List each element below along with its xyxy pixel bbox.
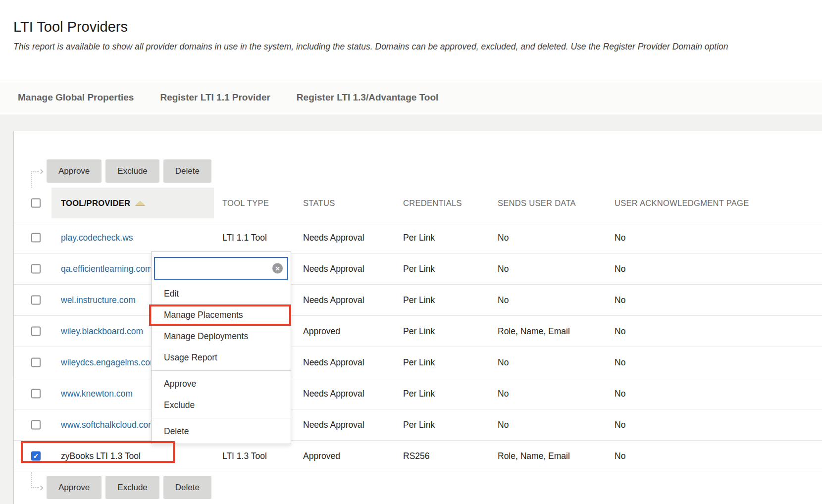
table-row: www.softchalkcloud.com Needs Approval Pe… [14,409,822,440]
row-context-menu: ✕ Edit Manage Placements Manage Deployme… [151,252,291,444]
header-tool-provider-label: TOOL/PROVIDER [61,199,130,207]
header-tool-type: TOOL TYPE [222,199,269,208]
status-cell: Needs Approval [303,295,364,305]
user-acknowledgment-cell: No [615,389,625,399]
credentials-cell: Per Link [403,357,435,368]
apply-to-selected-arrow-icon [31,472,39,488]
user-acknowledgment-cell: No [615,295,625,305]
table-header-row: TOOL/PROVIDER TOOL TYPE STATUS CREDENTIA… [14,188,822,218]
action-tab-bar: Manage Global Properties Register LTI 1.… [0,81,822,114]
row-checkbox[interactable] [31,358,41,367]
menu-separator [152,370,291,371]
tab-register-lti-13-advantage-tool[interactable]: Register LTI 1.3/Advantage Tool [297,92,438,103]
user-acknowledgment-cell: No [615,451,625,461]
status-cell: Approved [303,451,340,461]
tool-type-cell: LTI 1.1 Tool [222,233,267,243]
page-title: LTI Tool Providers [13,19,128,35]
credentials-cell: Per Link [403,420,435,430]
apply-to-selected-arrow-icon [31,171,39,188]
user-acknowledgment-cell: No [615,233,625,243]
sends-user-data-cell: Role, Name, Email [498,326,570,337]
sends-user-data-cell: No [498,389,509,399]
table-row: www.knewton.com Needs Approval Per Link … [14,378,822,409]
tab-register-lti-11-provider[interactable]: Register LTI 1.1 Provider [160,92,270,103]
table-row: wileydcs.engagelms.com Needs Approval Pe… [14,347,822,378]
row-checkbox[interactable]: ✓ [31,451,41,460]
menu-item-delete[interactable]: Delete [152,421,291,442]
table-row: qa.efficientlearning.com Needs Approval … [14,253,822,284]
row-checkbox[interactable] [31,420,41,430]
menu-item-exclude[interactable]: Exclude [152,395,291,416]
credentials-cell: RS256 [403,451,430,461]
delete-button[interactable]: Delete [163,159,211,183]
menu-item-approve[interactable]: Approve [152,373,291,395]
row-checkbox[interactable] [31,327,41,336]
status-cell: Approved [303,326,340,337]
status-cell: Needs Approval [303,420,364,430]
status-cell: Needs Approval [303,264,364,274]
arrowhead-icon [39,169,44,174]
sends-user-data-cell: No [498,264,509,274]
select-all-checkbox[interactable] [31,199,41,208]
status-cell: Needs Approval [303,233,364,243]
table-row: play.codecheck.ws LTI 1.1 Tool Needs App… [14,222,822,253]
sends-user-data-cell: No [498,420,509,430]
row-checkbox[interactable] [31,296,41,305]
menu-item-edit[interactable]: Edit [152,283,291,304]
header-user-acknowledgment-page: USER ACKNOWLEDGMENT PAGE [615,199,749,208]
sends-user-data-cell: Role, Name, Email [498,451,570,461]
header-credentials: CREDENTIALS [403,199,462,208]
menu-filter-input[interactable] [158,258,262,279]
credentials-cell: Per Link [403,295,435,305]
lti-tool-providers-page: LTI Tool Providers This report is availa… [0,0,822,504]
check-icon: ✓ [33,453,39,459]
row-checkbox[interactable] [31,233,41,243]
sends-user-data-cell: No [498,295,509,305]
approve-button[interactable]: Approve [47,476,102,499]
credentials-cell: Per Link [403,264,435,274]
sends-user-data-cell: No [498,357,509,368]
table-row: wiley.blackboard.com Approved Per Link R… [14,315,822,347]
status-cell: Needs Approval [303,389,364,399]
arrowhead-icon [39,486,44,491]
row-checkbox[interactable] [31,264,41,274]
user-acknowledgment-cell: No [615,357,625,368]
tab-manage-global-properties[interactable]: Manage Global Properties [18,92,134,103]
table-body: play.codecheck.ws LTI 1.1 Tool Needs App… [14,222,822,471]
menu-item-usage-report[interactable]: Usage Report [152,347,291,368]
clear-input-icon[interactable]: ✕ [272,263,283,274]
menu-item-manage-deployments[interactable]: Manage Deployments [152,326,291,347]
approve-button[interactable]: Approve [47,159,102,183]
provider-cell[interactable]: qa.efficientlearning.com [61,264,153,274]
bulk-action-bar-top: Approve Exclude Delete [47,159,211,183]
provider-cell: zyBooks LTI 1.3 Tool [61,451,141,461]
provider-cell[interactable]: wel.instructure.com [61,295,136,305]
header-sends-user-data: SENDS USER DATA [498,199,576,208]
credentials-cell: Per Link [403,389,435,399]
bulk-action-bar-bottom: Approve Exclude Delete [47,476,211,499]
sort-ascending-icon [135,201,145,205]
provider-cell[interactable]: wiley.blackboard.com [61,326,143,337]
provider-cell[interactable]: wileydcs.engagelms.com [61,357,157,368]
table-row: wel.instructure.com Needs Approval Per L… [14,284,822,315]
delete-button[interactable]: Delete [163,476,211,499]
table-row: ✓ zyBooks LTI 1.3 Tool LTI 1.3 Tool Appr… [14,440,822,471]
user-acknowledgment-cell: No [615,420,625,430]
header-tool-provider[interactable]: TOOL/PROVIDER [61,199,145,208]
exclude-button[interactable]: Exclude [105,159,159,183]
menu-filter-field: ✕ [154,257,288,280]
sends-user-data-cell: No [498,233,509,243]
menu-item-list: Edit Manage Placements Manage Deployment… [152,283,291,442]
providers-panel: Approve Exclude Delete TOOL/PROVIDER TOO… [13,131,822,504]
row-checkbox[interactable] [31,389,41,399]
exclude-button[interactable]: Exclude [105,476,159,499]
user-acknowledgment-cell: No [615,326,625,337]
menu-item-manage-placements[interactable]: Manage Placements [152,304,291,326]
page-description: This report is available to show all pro… [13,42,822,52]
provider-cell[interactable]: play.codecheck.ws [61,233,133,243]
tool-type-cell: LTI 1.3 Tool [222,451,267,461]
user-acknowledgment-cell: No [615,264,625,274]
credentials-cell: Per Link [403,326,435,337]
provider-cell[interactable]: www.softchalkcloud.com [61,420,155,430]
provider-cell[interactable]: www.knewton.com [61,389,133,399]
